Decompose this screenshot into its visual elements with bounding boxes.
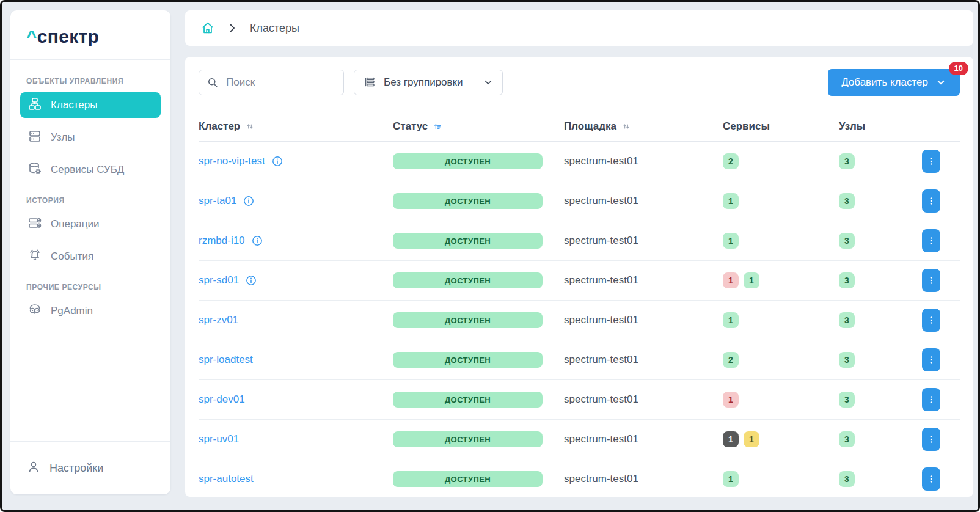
sidebar-item-db-services[interactable]: Сервисы СУБД [20, 157, 161, 183]
search-box [199, 70, 344, 95]
main-content: Без группировки Добавить кластер 10 Клас… [185, 57, 973, 497]
pgadmin-elephant-icon [27, 302, 42, 320]
home-icon[interactable] [201, 21, 214, 35]
service-count-badge: 1 [723, 272, 739, 288]
service-count-badge: 1 [723, 471, 739, 487]
breadcrumb-current: Кластеры [250, 22, 299, 35]
cluster-link[interactable]: spr-zv01 [199, 314, 238, 326]
node-count-badge: 3 [839, 471, 855, 487]
row-actions-button[interactable] [922, 467, 940, 491]
column-label: Площадка [564, 120, 616, 133]
node-count-badge: 3 [839, 233, 855, 249]
sidebar-item-settings[interactable]: Настройки [26, 455, 155, 481]
group-layers-icon [363, 76, 376, 89]
row-actions-button[interactable] [922, 229, 940, 252]
info-icon[interactable] [251, 235, 263, 247]
site-cell: spectrum-test01 [564, 433, 723, 445]
service-count-badge: 1 [723, 233, 739, 249]
row-actions-button[interactable] [922, 150, 940, 173]
sidebar-footer: Настройки [10, 441, 170, 494]
cluster-link[interactable]: spr-uv01 [199, 433, 239, 445]
bell-icon [27, 248, 42, 266]
cluster-link[interactable]: spr-autotest [199, 473, 254, 485]
node-count-badge: 3 [839, 352, 855, 368]
column-label: Статус [393, 120, 428, 133]
table-row: spr-sd01 ДОСТУПЕН spectrum-test01 1 1 3 [199, 261, 960, 301]
cluster-link[interactable]: spr-sd01 [199, 274, 239, 287]
sidebar-item-events[interactable]: События [20, 244, 161, 269]
row-actions-button[interactable] [922, 269, 940, 292]
table-row: spr-no-vip-test ДОСТУПЕН spectrum-test01… [199, 142, 960, 181]
info-icon[interactable] [245, 274, 257, 287]
sidebar-item-pgadmin[interactable]: PgAdmin [20, 298, 161, 324]
service-count-badge: 1 [723, 392, 739, 408]
sidebar-item-label: Операции [51, 218, 100, 230]
row-actions-button[interactable] [922, 189, 940, 213]
sort-icon[interactable] [246, 122, 254, 131]
status-badge: ДОСТУПЕН [393, 352, 543, 368]
section-label-other-resources: ПРОЧИЕ РЕСУРСЫ [26, 283, 155, 291]
row-actions-button[interactable] [922, 309, 940, 332]
cluster-link[interactable]: spr-no-vip-test [199, 155, 265, 167]
node-count-badge: 3 [839, 153, 855, 169]
info-icon[interactable] [271, 155, 283, 167]
sidebar-item-label: Кластеры [51, 99, 98, 111]
site-cell: spectrum-test01 [564, 354, 723, 366]
column-header-services: Сервисы [723, 120, 839, 133]
column-header-status[interactable]: Статус [393, 120, 564, 133]
sidebar-item-label: Сервисы СУБД [51, 164, 124, 176]
app-logo: ^спектр [10, 10, 170, 60]
cluster-link[interactable]: rzmbd-i10 [199, 235, 245, 247]
site-cell: spectrum-test01 [564, 274, 723, 287]
table-header-row: Кластер Статус Площадка [199, 112, 960, 142]
row-actions-button[interactable] [922, 428, 940, 451]
site-cell: spectrum-test01 [564, 473, 723, 485]
server-icon [27, 129, 42, 147]
operations-icon [27, 216, 42, 233]
status-badge: ДОСТУПЕН [393, 392, 543, 408]
logo-caret: ^ [26, 26, 37, 46]
info-icon[interactable] [243, 195, 255, 207]
cluster-link[interactable]: spr-ta01 [199, 195, 236, 207]
add-cluster-label: Добавить кластер [841, 76, 928, 89]
clusters-table: Кластер Статус Площадка [199, 112, 960, 499]
status-badge: ДОСТУПЕН [393, 193, 543, 209]
service-count-badge: 1 [723, 312, 739, 328]
status-badge: ДОСТУПЕН [393, 471, 543, 487]
table-row: spr-zv01 ДОСТУПЕН spectrum-test01 1 3 [199, 301, 960, 340]
column-header-site[interactable]: Площадка [564, 120, 723, 133]
column-header-nodes: Узлы [839, 120, 921, 133]
add-cluster-button[interactable]: Добавить кластер 10 [828, 69, 960, 96]
row-actions-button[interactable] [922, 348, 940, 371]
sidebar-item-label: Узлы [51, 131, 75, 144]
service-count-badge: 1 [723, 193, 739, 209]
logo-text: спектр [37, 26, 99, 46]
status-badge: ДОСТУПЕН [393, 312, 543, 328]
sidebar-item-nodes[interactable]: Узлы [20, 125, 161, 150]
app-window: ^спектр ОБЪЕКТЫ УПРАВЛЕНИЯ Кластеры Узлы [0, 0, 980, 512]
sidebar-item-operations[interactable]: Операции [20, 211, 161, 237]
status-badge: ДОСТУПЕН [393, 233, 543, 249]
site-cell: spectrum-test01 [564, 393, 723, 406]
node-count-badge: 3 [839, 392, 855, 408]
breadcrumb: Кластеры [185, 10, 973, 46]
toolbar: Без группировки Добавить кластер 10 [199, 69, 960, 96]
search-input[interactable] [225, 76, 336, 89]
table-row: spr-loadtest ДОСТУПЕН spectrum-test01 2 … [199, 340, 960, 380]
grouping-value: Без группировки [384, 76, 463, 89]
table-row: spr-ta01 ДОСТУПЕН spectrum-test01 1 3 [199, 181, 960, 221]
cluster-link[interactable]: spr-dev01 [199, 393, 245, 406]
sort-icon[interactable] [622, 122, 631, 131]
database-gear-icon [27, 161, 42, 179]
node-count-badge: 3 [839, 272, 855, 288]
section-label-management: ОБЪЕКТЫ УПРАВЛЕНИЯ [26, 77, 155, 86]
grouping-select[interactable]: Без группировки [354, 70, 503, 95]
column-label: Узлы [839, 120, 865, 133]
column-header-cluster[interactable]: Кластер [199, 120, 393, 133]
sidebar-item-clusters[interactable]: Кластеры [20, 92, 161, 118]
sidebar-item-label: Настройки [49, 462, 103, 475]
sort-asc-active-icon[interactable] [433, 122, 442, 131]
row-actions-button[interactable] [922, 388, 940, 411]
cluster-link[interactable]: spr-loadtest [199, 354, 253, 366]
site-cell: spectrum-test01 [564, 195, 723, 207]
